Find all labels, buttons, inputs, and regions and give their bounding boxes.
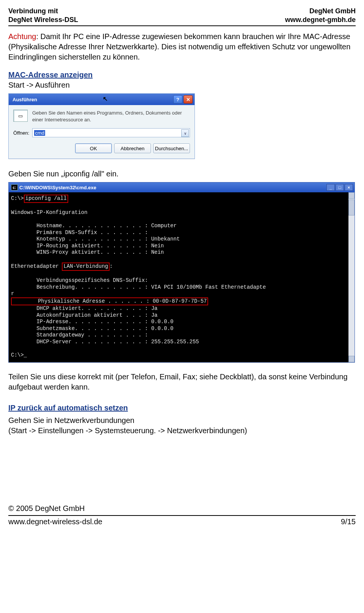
header-left-1: Verbindung mit [8,7,78,16]
cmd-close-button[interactable]: × [345,184,353,191]
cmd-line: : [110,263,113,269]
run-titlebar[interactable]: Ausführen ↖ ? ✕ [9,94,195,105]
header-divider [8,25,356,26]
cmd-line: WINS-Proxy aktiviert. . . . . . . : Nein [11,249,352,256]
header-right-1: DegNet GmbH [285,7,356,16]
footer-url: www.degnet-wireless-dsl.de [8,517,102,526]
browse-button[interactable]: Durchsuchen... [153,143,190,153]
cursor-icon: ↖ [103,95,108,102]
warning-paragraph: Achtung: Damit Ihr PC eine IP-Adresse zu… [8,31,356,62]
warning-label: Achtung [8,32,36,41]
run-title: Ausführen [13,97,37,102]
run-dialog: Ausführen ↖ ? ✕ ▭ Geben Sie den Namen ei… [8,93,195,159]
scroll-down-icon[interactable] [348,356,355,362]
cmd-line: Hostname. . . . . . . . . . . . . : Comp… [11,223,352,229]
cmd-line: Ethernetadapter [11,263,62,269]
header-right-2: www.degnet-gmbh.de [285,16,356,24]
browse-label: Durchsuchen... [155,146,188,151]
close-icon: ✕ [186,97,190,102]
open-label: Öffnen: [13,130,29,136]
cmd-line: Knotentyp . . . . . . . . . . . . : Unbe… [11,236,352,243]
adapter-name-highlight: LAN-Verbindung [62,262,110,271]
maximize-button[interactable]: □ [336,184,344,191]
cmd-line: Standardgateway . . . . . . . . . : [11,332,352,339]
cmd-line: Verbindungsspezifisches DNS-Suffix: [11,277,352,284]
cmd-line: DHCP aktiviert. . . . . . . . . . : Ja [11,305,352,312]
run-description: Geben Sie den Namen eines Programms, Ord… [32,110,190,123]
cmd-line: IP-Routing aktiviert. . . . . . . : Nein [11,243,352,250]
section-title-mac: MAC-Adresse anzeigen [8,71,356,79]
help-button[interactable]: ? [173,95,182,104]
chevron-down-icon[interactable]: ∨ [181,129,189,137]
footer-page: 9/15 [341,517,356,526]
cmd-scrollbar[interactable] [348,192,355,362]
cmd-command-highlight: ipconfig /all [24,195,68,203]
mac-address-highlight: Physikalische Adresse . . . . . . : 00-0… [11,297,208,306]
ok-button[interactable]: OK [75,143,112,153]
cmd-prompt: C:\> [11,195,24,201]
ok-label: OK [90,146,97,151]
section-sub-mac: Start -> Ausführen [8,80,356,90]
scroll-thumb[interactable] [348,200,355,215]
run-program-icon: ▭ [13,110,28,122]
cmd-line: Primäres DNS-Suffix . . . . . . . : [11,229,352,236]
footer-copyright: © 2005 DegNet GmbH [8,504,356,513]
maximize-icon: □ [339,185,341,190]
scroll-up-icon[interactable] [348,192,355,199]
share-mac-instruction: Teilen Sie uns diese korrekt mit (per Te… [8,372,356,392]
page-header: Verbindung mit DegNet Wireless-DSL DegNe… [8,7,356,24]
terminal-icon: c: [11,184,18,190]
minimize-button[interactable]: _ [326,184,335,191]
cancel-label: Abbrechen [121,146,144,151]
help-icon: ? [176,97,179,102]
cmd-titlebar[interactable]: c: C:\WINDOWS\System32\cmd.exe _ □ × [9,182,355,192]
cmd-line: IP-Adresse. . . . . . . . . . . . : 0.0.… [11,319,352,325]
open-value: cmd [34,130,45,136]
cmd-line: Windows-IP-Konfiguration [11,209,352,216]
cmd-line: Beschreibung. . . . . . . . . . . : VIA … [11,284,352,291]
page-footer: © 2005 DegNet GmbH www.degnet-wireless-d… [8,504,356,526]
ipreset-line2: (Start -> Einstellungen -> Systemsteueru… [8,426,356,436]
cancel-button[interactable]: Abbrechen [114,143,151,153]
cmd-prompt-end: C:\>_ [11,352,352,359]
cmd-output[interactable]: C:\>ipconfig /all Windows-IP-Konfigurati… [9,192,355,362]
close-icon: × [348,185,350,190]
ipconfig-instruction: Geben Sie nun „ipconfig /all" ein. [8,169,356,179]
ipreset-line1: Gehen Sie in Netzwerkverbundungen [8,415,356,426]
cmd-line: Autokonfiguration aktiviert . . . : Ja [11,312,352,319]
cmd-line: DHCP-Server . . . . . . . . . . . : 255.… [11,339,352,346]
minimize-icon: _ [329,185,332,190]
footer-divider [8,515,356,516]
cmd-title: C:\WINDOWS\System32\cmd.exe [19,185,96,190]
header-left-2: DegNet Wireless-DSL [8,16,78,24]
warning-text: : Damit Ihr PC eine IP-Adresse zugewiese… [8,32,350,61]
cmd-line: Subnetzmaske. . . . . . . . . . . : 0.0.… [11,325,352,332]
open-combobox[interactable]: cmd ∨ [32,128,190,137]
close-button[interactable]: ✕ [184,95,193,104]
cmd-line: r [11,291,352,297]
section-title-ipreset: IP zurück auf automatisch setzen [8,404,356,412]
cmd-window: c: C:\WINDOWS\System32\cmd.exe _ □ × C:\… [8,182,355,363]
